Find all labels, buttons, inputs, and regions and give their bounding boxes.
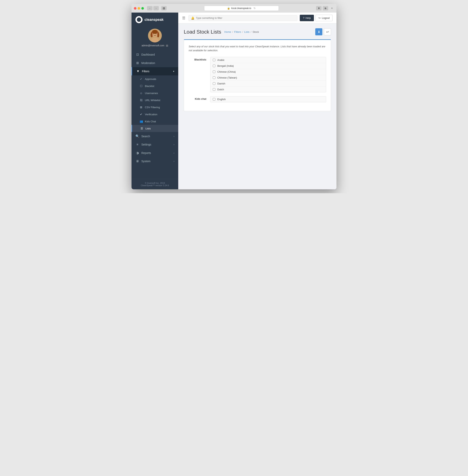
sidebar-sub-item-label: Kids Chat	[145, 120, 156, 123]
sidebar-item-blacklist[interactable]: ☐ Blacklist	[132, 82, 178, 89]
back-action-button[interactable]: ↩	[324, 28, 331, 35]
page-header-actions: ⬇ ↩	[315, 28, 331, 35]
help-button[interactable]: ? Help	[300, 15, 314, 21]
sidebar-item-label: Dashboard	[141, 53, 155, 56]
maximize-button[interactable]	[141, 7, 144, 10]
kids-english-checkbox[interactable]	[213, 98, 215, 101]
add-tab-button[interactable]: +	[330, 6, 334, 10]
browser-nav-buttons: ‹ ›	[147, 6, 159, 10]
sidebar-item-csv-filtering[interactable]: ⊠ CSV Filtering	[132, 104, 178, 111]
titlebar: ‹ › ⊟ 🔒 local.cleanspeak.io ↻ ⬆ ⧉ +	[132, 4, 336, 13]
footer-line2: CleanSpeak™ version 3.24.6	[135, 184, 174, 187]
reports-icon: ◑	[135, 151, 139, 155]
chinese-taiwan-label: Chinese (Taiwan)	[217, 76, 237, 79]
sidebar-item-label: Search	[141, 135, 150, 138]
back-button[interactable]: ‹	[147, 6, 153, 10]
sidebar-footer: © Inversoft Inc. 2019 CleanSpeak™ versio…	[132, 179, 178, 189]
topbar-actions: ? Help ↪ Logout	[300, 15, 333, 21]
arabic-label: Arabic	[217, 59, 225, 61]
chevron-down-icon: ▾	[173, 70, 174, 73]
sidebar-sub-item-label: Lists	[146, 127, 151, 130]
list-item: Danish	[210, 81, 326, 87]
reload-icon[interactable]: ↻	[254, 7, 256, 10]
close-button[interactable]	[134, 7, 136, 10]
breadcrumb-home[interactable]: Home	[224, 30, 231, 33]
logo-text: cleanspeak	[145, 18, 163, 22]
breadcrumb-sep: /	[251, 30, 251, 33]
breadcrumb-filters[interactable]: Filters	[234, 30, 241, 33]
card-description: Select any of our stock lists that you w…	[189, 45, 326, 52]
sidebar-sub-item-label: Approvals	[145, 77, 156, 80]
logout-button[interactable]: ↪ Logout	[315, 15, 333, 21]
sidebar-sub-item-label: Blacklist	[145, 85, 154, 88]
main-content: ☰ 🔔 ? Help ↪ Logout	[178, 13, 336, 189]
breadcrumb: Home / Filters / Lists / Stock	[224, 30, 259, 33]
filter-input[interactable]	[196, 16, 295, 19]
sidebar-item-approvals[interactable]: ✓ Approvals	[132, 75, 178, 82]
user-info: admin@inversoft.com ⊞	[142, 44, 168, 47]
share-button[interactable]: ⬆	[316, 6, 322, 10]
dutch-checkbox[interactable]	[213, 88, 215, 91]
danish-checkbox[interactable]	[213, 82, 215, 85]
sidebar-sub-item-label: CSV Filtering	[145, 106, 160, 109]
user-email: admin@inversoft.com	[142, 44, 164, 47]
address-input[interactable]: 🔒 local.cleanspeak.io ↻	[204, 6, 279, 11]
filter-icon: ▼	[136, 70, 140, 73]
sidebar-item-settings[interactable]: ≡ Settings ›	[132, 140, 178, 149]
sidebar-item-kids-chat[interactable]: 👥 Kids Chat	[132, 118, 178, 125]
sidebar-toggle-button[interactable]: ⊟	[161, 6, 167, 10]
sidebar-item-url-whitelist[interactable]: ⛓ URL Whitelist	[132, 97, 178, 104]
address-bar: 🔒 local.cleanspeak.io ↻	[168, 6, 314, 11]
chinese-taiwan-checkbox[interactable]	[213, 76, 215, 79]
kids-chat-label: Kids chat	[189, 96, 206, 100]
sidebar-nav: ⊡ Dashboard ⊞ Moderation ▼ Filters ▾ ✓ A…	[132, 50, 178, 179]
chinese-china-checkbox[interactable]	[213, 71, 215, 73]
sidebar-item-label: Settings	[141, 143, 151, 146]
sidebar-item-usernames[interactable]: ☺ Usernames	[132, 89, 178, 97]
page-header: Load Stock Lists Home / Filters / Lists …	[184, 28, 331, 35]
minimize-button[interactable]	[138, 7, 140, 10]
sidebar-item-lists[interactable]: ☰ Lists	[132, 125, 178, 132]
sidebar-item-moderation[interactable]: ⊞ Moderation	[132, 59, 178, 67]
address-text: local.cleanspeak.io	[231, 7, 251, 10]
sidebar-item-reports[interactable]: ◑ Reports ›	[132, 149, 178, 157]
forward-button[interactable]: ›	[153, 6, 159, 10]
chinese-china-label: Chinese (China)	[217, 70, 236, 73]
breadcrumb-lists[interactable]: Lists	[244, 30, 249, 33]
footer-line1: © Inversoft Inc. 2019	[135, 182, 174, 184]
verification-icon: ✔	[139, 113, 143, 116]
lock-icon: 🔒	[227, 7, 230, 10]
logout-icon: ↪	[318, 16, 321, 19]
browser-window: ‹ › ⊟ 🔒 local.cleanspeak.io ↻ ⬆ ⧉ + clea…	[132, 4, 336, 189]
list-item: Chinese (Taiwan)	[210, 75, 326, 81]
usernames-icon: ☺	[139, 91, 143, 95]
topbar: ☰ 🔔 ? Help ↪ Logout	[178, 13, 336, 24]
moderation-icon: ⊞	[135, 61, 139, 65]
sidebar-item-filters[interactable]: ▼ Filters ▾	[132, 67, 178, 75]
sidebar-sub-item-label: URL Whitelist	[145, 99, 160, 102]
settings-icon: ≡	[135, 143, 139, 146]
help-icon: ?	[303, 16, 304, 19]
sidebar-sub-item-label: Usernames	[145, 92, 158, 95]
sidebar-item-system[interactable]: 🖥 System ›	[132, 157, 178, 165]
sidebar-item-verification[interactable]: ✔ Verification	[132, 111, 178, 118]
breadcrumb-current: Stock	[252, 30, 259, 33]
arabic-checkbox[interactable]	[213, 59, 215, 61]
page-content: Load Stock Lists Home / Filters / Lists …	[178, 24, 336, 189]
menu-icon[interactable]: ☰	[182, 16, 185, 20]
logout-label: Logout	[322, 16, 330, 19]
sidebar-item-dashboard[interactable]: ⊡ Dashboard	[132, 50, 178, 59]
user-profile: admin@inversoft.com ⊞	[132, 27, 178, 50]
download-icon: ⬇	[318, 30, 320, 34]
breadcrumb-sep: /	[232, 30, 233, 33]
sidebar-item-label: Moderation	[141, 61, 155, 65]
chevron-right-icon: ›	[174, 135, 174, 137]
bengali-checkbox[interactable]	[213, 65, 215, 67]
duplicate-button[interactable]: ⧉	[323, 6, 328, 10]
system-icon: 🖥	[135, 160, 139, 163]
chevron-right-icon: ›	[174, 143, 174, 146]
sidebar-item-search[interactable]: 🔍 Search ›	[132, 132, 178, 140]
user-menu-icon[interactable]: ⊞	[166, 44, 168, 47]
sidebar-item-label: Reports	[141, 151, 151, 155]
download-button[interactable]: ⬇	[315, 28, 322, 35]
